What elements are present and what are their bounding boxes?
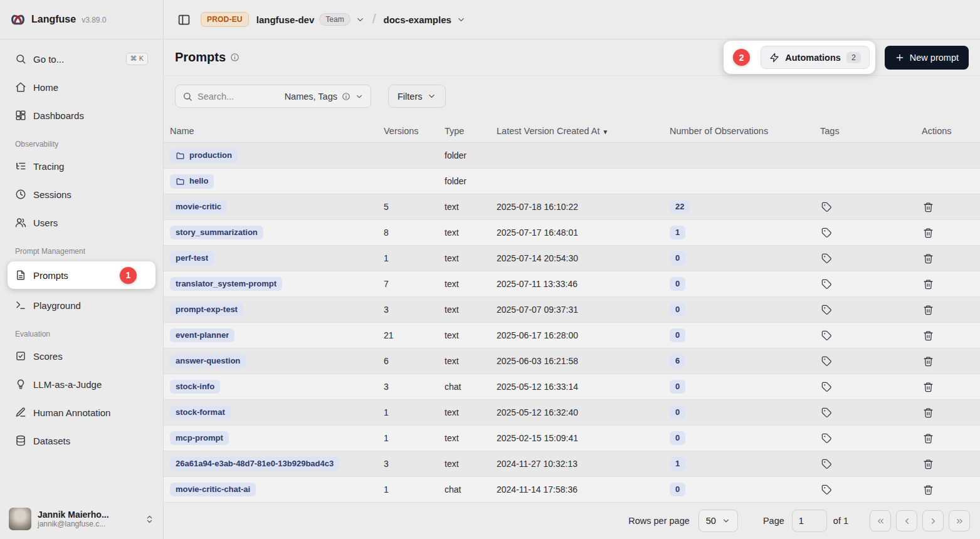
sidebar-item-users[interactable]: Users [8, 211, 155, 234]
last-page-button[interactable] [949, 510, 970, 531]
table-row[interactable]: event-planner 21 text 2025-06-17 16:28:0… [164, 323, 980, 348]
tag-button[interactable] [820, 252, 833, 265]
prompt-name-badge[interactable]: answer-question [170, 354, 246, 369]
prompt-name-badge[interactable]: story_summarization [170, 226, 263, 240]
tag-button[interactable] [820, 355, 833, 368]
column-header-name[interactable]: Name [164, 126, 377, 136]
delete-button[interactable] [922, 432, 935, 445]
sidebar-item-scores[interactable]: Scores [8, 344, 155, 368]
tag-button[interactable] [820, 303, 833, 317]
delete-button[interactable] [922, 201, 935, 214]
tag-button[interactable] [820, 201, 833, 214]
table-row[interactable]: 26a61a94-e3ab-48d7-81e0-13b929bad4c3 3 t… [164, 451, 980, 477]
delete-button[interactable] [922, 303, 935, 317]
sidebar-item-sessions[interactable]: Sessions [8, 182, 155, 206]
filters-button[interactable]: Filters [388, 85, 446, 108]
table-row[interactable]: answer-question 6 text 2025-06-03 16:21:… [164, 348, 980, 374]
sidebar-item-label: Users [33, 217, 58, 228]
info-icon [342, 92, 350, 101]
search-scope-select[interactable]: Names, Tags [285, 92, 364, 102]
column-header-versions[interactable]: Versions [377, 126, 438, 136]
delete-button[interactable] [922, 329, 935, 342]
tag-button[interactable] [820, 226, 833, 239]
column-header-type[interactable]: Type [438, 126, 490, 136]
tag-button[interactable] [820, 329, 833, 342]
tags-cell [814, 278, 915, 291]
delete-button[interactable] [922, 483, 935, 496]
prompt-name-badge[interactable]: perf-test [170, 251, 214, 266]
automations-button[interactable]: Automations 2 [761, 46, 870, 69]
table-row[interactable]: stock-format 1 text 2025-05-12 16:32:40 … [164, 400, 980, 426]
tag-icon [821, 305, 832, 315]
sidebar-toggle-button[interactable] [175, 11, 193, 29]
file-text-icon [15, 270, 26, 281]
prompt-name-badge[interactable]: stock-format [170, 406, 231, 420]
delete-button[interactable] [922, 252, 935, 265]
delete-button[interactable] [922, 380, 935, 394]
tags-cell [814, 201, 915, 214]
delete-button[interactable] [922, 226, 935, 239]
user-menu[interactable]: Jannik Maierho... jannik@langfuse.c... [0, 500, 163, 539]
table-row[interactable]: movie-critic-chat-ai 1 chat 2024-11-14 1… [164, 477, 980, 503]
search-input[interactable] [198, 92, 258, 102]
table-row[interactable]: perf-test 1 text 2025-07-14 20:54:30 0 [164, 246, 980, 271]
table-row[interactable]: hello folder [164, 169, 980, 194]
prompt-name-badge[interactable]: movie-critic-chat-ai [170, 483, 256, 497]
table-row[interactable]: translator_system-prompt 7 text 2025-07-… [164, 271, 980, 297]
prompt-name-badge[interactable]: translator_system-prompt [170, 277, 282, 291]
tag-button[interactable] [820, 458, 833, 471]
delete-button[interactable] [922, 458, 935, 471]
rows-per-page-select[interactable]: 50 [698, 510, 738, 532]
prompt-name-badge[interactable]: production [170, 149, 238, 163]
prompt-name-badge[interactable]: stock-info [170, 380, 220, 394]
actions-cell [915, 355, 980, 368]
lightbulb-icon [15, 379, 26, 390]
next-page-button[interactable] [922, 510, 944, 531]
sidebar-item-prompts[interactable]: Prompts 1 [8, 261, 155, 289]
table-row[interactable]: stock-info 3 chat 2025-05-12 16:33:14 0 [164, 374, 980, 400]
prompt-name-badge[interactable]: prompt-exp-test [170, 303, 243, 317]
table-row[interactable]: movie-critic 5 text 2025-07-18 16:10:22 … [164, 194, 980, 220]
tag-button[interactable] [820, 380, 833, 394]
goto-search[interactable]: Go to... ⌘ K [8, 47, 155, 71]
org-switcher[interactable]: langfuse-dev Team [256, 13, 365, 26]
column-header-observations[interactable]: Number of Observations [663, 126, 814, 136]
sidebar-item-playground[interactable]: Playground [8, 293, 155, 317]
new-prompt-button[interactable]: New prompt [885, 46, 969, 70]
column-header-tags[interactable]: Tags [814, 126, 915, 136]
prompt-name-badge[interactable]: hello [170, 174, 214, 189]
delete-button[interactable] [922, 406, 935, 419]
sidebar-item-tracing[interactable]: Tracing [8, 154, 155, 178]
prompt-name-badge[interactable]: event-planner [170, 328, 234, 343]
tag-button[interactable] [820, 483, 833, 496]
prompt-name-badge[interactable]: 26a61a94-e3ab-48d7-81e0-13b929bad4c3 [170, 457, 339, 471]
table-row[interactable]: prompt-exp-test 3 text 2025-07-07 09:37:… [164, 297, 980, 323]
prompt-name-badge[interactable]: movie-critic [170, 200, 227, 214]
tag-button[interactable] [820, 432, 833, 445]
column-header-created[interactable]: Latest Version Created At▼ [490, 126, 663, 136]
project-switcher[interactable]: docs-examples [383, 14, 465, 25]
table-row[interactable]: story_summarization 8 text 2025-07-17 16… [164, 220, 980, 246]
sidebar-item-datasets[interactable]: Datasets [8, 429, 155, 453]
prompt-name-badge[interactable]: mcp-prompt [170, 431, 229, 446]
prompt-name-cell: hello [164, 174, 377, 189]
first-page-button[interactable] [870, 510, 891, 531]
sidebar-item-dashboards[interactable]: Dashboards [8, 103, 155, 127]
previous-page-button[interactable] [896, 510, 917, 531]
delete-button[interactable] [922, 355, 935, 368]
sidebar-item-home[interactable]: Home [8, 75, 155, 99]
sidebar-item-label: Playground [33, 300, 81, 311]
prompt-name-text: event-planner [176, 331, 229, 340]
page-input[interactable] [792, 510, 827, 532]
sidebar-item-llm-judge[interactable]: LLM-as-a-Judge [8, 372, 155, 396]
tag-button[interactable] [820, 278, 833, 291]
delete-button[interactable] [922, 278, 935, 291]
prompt-name-text: 26a61a94-e3ab-48d7-81e0-13b929bad4c3 [176, 459, 334, 469]
sidebar: Langfuse v3.89.0 Go to... ⌘ K Home Dashb… [0, 0, 164, 539]
pen-icon [15, 407, 26, 418]
tag-button[interactable] [820, 406, 833, 419]
table-row[interactable]: production folder [164, 143, 980, 169]
table-row[interactable]: mcp-prompt 1 text 2025-02-15 15:09:41 0 [164, 426, 980, 451]
versions-cell: 3 [377, 459, 438, 469]
sidebar-item-human-annotation[interactable]: Human Annotation [8, 400, 155, 424]
